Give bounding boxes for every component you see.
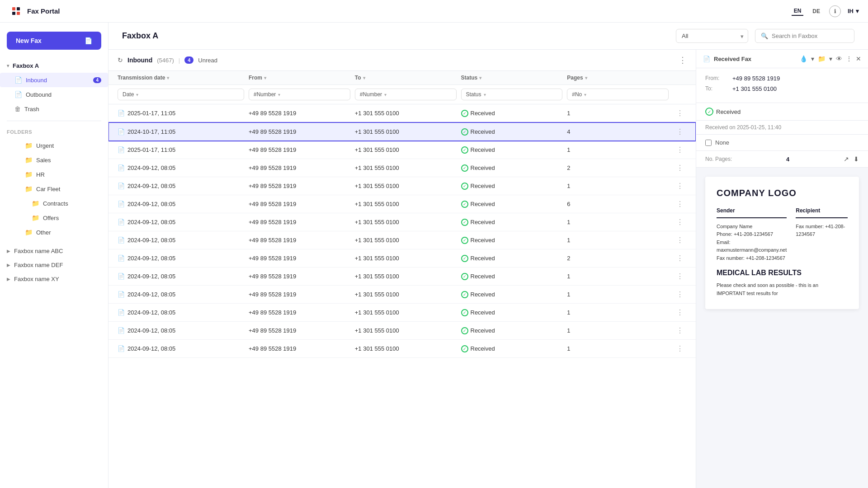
offers-label: Offers [43, 215, 59, 221]
sidebar-item-car-fleet[interactable]: 📁 Car Fleet [0, 182, 108, 196]
sidebar-item-sales[interactable]: 📁 Sales [0, 153, 108, 167]
to-filter-pill[interactable]: #Number ▾ [355, 89, 457, 100]
water-drop-icon[interactable]: 💧 [800, 55, 807, 62]
row-more-button[interactable]: ⋮ [673, 290, 687, 299]
hr-folder-icon: 📁 [25, 171, 33, 178]
info-icon-button[interactable]: ℹ [829, 5, 841, 17]
list-more-button[interactable]: ⋮ [679, 55, 687, 65]
date-filter-pill[interactable]: Date ▾ [118, 89, 244, 100]
preview-header-left: 📄 Received Fax [703, 56, 751, 62]
doc-logo: COMPANY LOGO [717, 188, 848, 198]
chevron-down-icon[interactable]: ▾ [811, 55, 814, 62]
sidebar-item-urgent[interactable]: 📁 Urgent [0, 138, 108, 153]
row-more-button[interactable]: ⋮ [673, 109, 687, 117]
user-menu-button[interactable]: IH ▾ [848, 8, 859, 14]
col-header-from[interactable]: From ▾ [249, 75, 350, 81]
row-more-button[interactable]: ⋮ [673, 127, 687, 136]
table-row[interactable]: 📄 2024-09-12, 08:05 +49 89 5528 1919 +1 … [108, 195, 696, 213]
table-row[interactable]: 📄 2024-09-12, 08:05 +49 89 5528 1919 +1 … [108, 286, 696, 304]
faxbox-abc-item[interactable]: ▶ Faxbox name ABC [0, 244, 108, 258]
search-input[interactable] [772, 33, 849, 39]
folder-chevron-icon[interactable]: ▾ [829, 55, 832, 62]
cell-from: +49 89 5528 1919 [249, 164, 350, 171]
cell-from: +49 89 5528 1919 [249, 345, 350, 352]
status-check-icon [705, 108, 713, 116]
table-row[interactable]: 📄 2024-09-12, 08:05 +49 89 5528 1919 +1 … [108, 213, 696, 231]
row-more-button[interactable]: ⋮ [673, 254, 687, 263]
row-more-button[interactable]: ⋮ [673, 164, 687, 172]
col-header-date[interactable]: Transmission date ▾ [118, 75, 244, 81]
row-more-button[interactable]: ⋮ [673, 308, 687, 317]
cell-to: +1 301 555 0100 [355, 291, 457, 298]
row-more-button[interactable]: ⋮ [673, 182, 687, 190]
car-fleet-label: Car Fleet [36, 186, 60, 192]
table-row[interactable]: 📄 2024-09-12, 08:05 +49 89 5528 1919 +1 … [108, 159, 696, 177]
preview-tag-row: None [696, 135, 868, 151]
row-more-button[interactable]: ⋮ [673, 236, 687, 244]
download-icon[interactable]: ⬇ [854, 155, 859, 163]
refresh-icon[interactable]: ↻ [118, 56, 123, 64]
status-text: Received [471, 146, 495, 153]
row-more-button[interactable]: ⋮ [673, 200, 687, 208]
inbound-badge: 4 [93, 77, 101, 83]
external-link-icon[interactable]: ↗ [844, 155, 849, 163]
sidebar-item-offers[interactable]: 📁 Offers [0, 211, 108, 225]
faxbox-a-header[interactable]: ▾ Faxbox A [0, 59, 108, 73]
other-label: Other [36, 229, 51, 236]
cell-to: +1 301 555 0100 [355, 183, 457, 189]
row-more-button[interactable]: ⋮ [673, 272, 687, 281]
table-row[interactable]: 📄 2024-09-12, 08:05 +49 89 5528 1919 +1 … [108, 340, 696, 358]
table-row[interactable]: 📄 2024-10-17, 11:05 +49 89 5528 1919 +1 … [108, 122, 696, 141]
tag-checkbox[interactable] [705, 140, 712, 146]
sidebar-item-outbound[interactable]: 📄 Outbound [0, 87, 108, 102]
sidebar-item-trash[interactable]: 🗑 Trash [0, 102, 108, 116]
from-filter-pill[interactable]: #Number ▾ [249, 89, 350, 100]
folder-icon[interactable]: 📁 [818, 55, 826, 62]
table-row[interactable]: 📄 2025-01-17, 11:05 +49 89 5528 1919 +1 … [108, 141, 696, 159]
inbound-label: Inbound [26, 77, 47, 84]
tag-label: None [715, 139, 729, 146]
faxbox-xy-item[interactable]: ▶ Faxbox name XY [0, 272, 108, 286]
content-header: Faxbox A All Inbound Outbound 🔍 [108, 23, 868, 50]
col-header-pages[interactable]: Pages ▾ [567, 75, 669, 81]
eye-icon[interactable]: 👁 [836, 55, 842, 62]
row-more-button[interactable]: ⋮ [673, 218, 687, 226]
unread-label: Unread [198, 57, 217, 64]
status-text: Received [471, 237, 495, 244]
fax-row-icon: 📄 [118, 345, 125, 352]
col-header-status[interactable]: Status ▾ [461, 75, 563, 81]
row-more-button[interactable]: ⋮ [673, 326, 687, 335]
doc-sender-text: Company Name Phone: +41-208-1234567 Emai… [717, 223, 787, 263]
row-more-button[interactable]: ⋮ [673, 145, 687, 154]
lang-en-button[interactable]: EN [792, 7, 804, 16]
table-row[interactable]: 📄 2024-09-12, 08:05 +49 89 5528 1919 +1 … [108, 267, 696, 286]
status-filter-pill[interactable]: Status ▾ [461, 89, 563, 100]
filter-select[interactable]: All Inbound Outbound [676, 29, 748, 43]
status-text: Received [471, 327, 495, 334]
pages-filter-pill[interactable]: #No ▾ [567, 89, 669, 100]
table-row[interactable]: 📄 2024-09-12, 08:05 +49 89 5528 1919 +1 … [108, 304, 696, 322]
topbar: Fax Portal EN DE ℹ IH ▾ [0, 0, 868, 23]
lang-de-button[interactable]: DE [810, 7, 822, 15]
status-text: Received [471, 183, 495, 189]
preview-more-button[interactable]: ⋮ [846, 55, 852, 62]
row-more-button[interactable]: ⋮ [673, 344, 687, 353]
faxbox-def-item[interactable]: ▶ Faxbox name DEF [0, 258, 108, 272]
sidebar-item-hr[interactable]: 📁 HR [0, 167, 108, 182]
sidebar-item-other[interactable]: 📁 Other [0, 225, 108, 239]
cell-to: +1 301 555 0100 [355, 219, 457, 225]
sidebar-item-contracts[interactable]: 📁 Contracts [0, 196, 108, 211]
table-row[interactable]: 📄 2025-01-17, 11:05 +49 89 5528 1919 +1 … [108, 104, 696, 122]
table-row[interactable]: 📄 2024-09-12, 08:05 +49 89 5528 1919 +1 … [108, 231, 696, 249]
col-header-to[interactable]: To ▾ [355, 75, 457, 81]
close-icon[interactable]: ✕ [856, 55, 861, 62]
table-row[interactable]: 📄 2024-09-12, 08:05 +49 89 5528 1919 +1 … [108, 177, 696, 195]
table-row[interactable]: 📄 2024-09-12, 08:05 +49 89 5528 1919 +1 … [108, 322, 696, 340]
new-fax-button[interactable]: New Fax 📄 [7, 32, 101, 50]
cell-to: +1 301 555 0100 [355, 273, 457, 280]
hr-label: HR [36, 171, 45, 178]
table-row[interactable]: 📄 2024-09-12, 08:05 +49 89 5528 1919 +1 … [108, 249, 696, 267]
sidebar-item-inbound[interactable]: 📄 Inbound 4 [0, 73, 108, 87]
fax-row-icon: 📄 [118, 291, 125, 298]
faxbox-abc-label: Faxbox name ABC [14, 248, 63, 254]
